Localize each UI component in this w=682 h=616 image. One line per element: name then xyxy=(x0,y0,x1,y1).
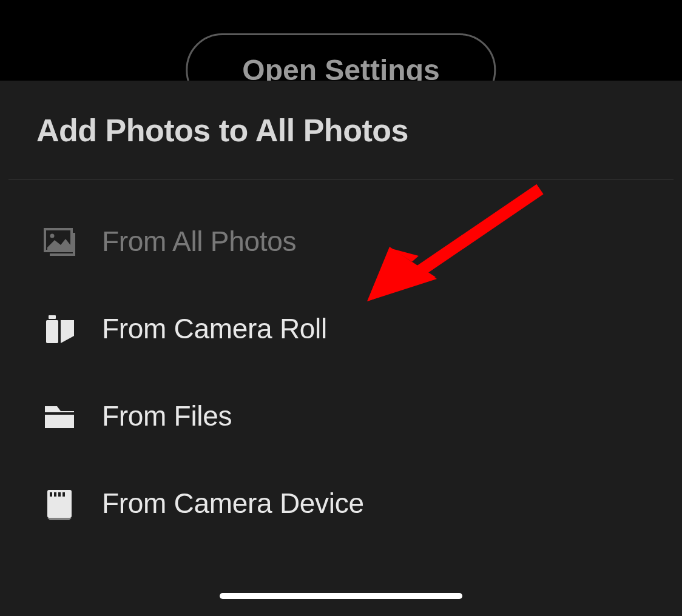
svg-rect-11 xyxy=(62,492,65,497)
svg-rect-5 xyxy=(49,315,56,319)
option-from-camera-roll[interactable]: From Camera Roll xyxy=(0,285,682,372)
sheet-title: Add Photos to All Photos xyxy=(0,81,682,179)
svg-point-1 xyxy=(50,234,55,238)
svg-rect-10 xyxy=(58,492,61,497)
camera-roll-icon xyxy=(41,310,78,347)
home-indicator[interactable] xyxy=(220,593,462,599)
option-from-camera-device[interactable]: From Camera Device xyxy=(0,460,682,547)
svg-rect-2 xyxy=(73,233,75,256)
svg-rect-6 xyxy=(45,412,74,415)
option-from-all-photos: From All Photos xyxy=(0,198,682,285)
svg-rect-8 xyxy=(50,492,52,497)
files-icon xyxy=(41,398,78,434)
option-label: From Camera Device xyxy=(102,487,364,520)
svg-rect-3 xyxy=(50,253,75,256)
all-photos-icon xyxy=(41,223,78,259)
option-list: From All Photos From Camera Roll From Fi… xyxy=(0,179,682,547)
svg-rect-4 xyxy=(46,320,58,343)
svg-rect-9 xyxy=(54,492,56,497)
camera-device-icon xyxy=(41,485,78,521)
option-label: From Camera Roll xyxy=(102,312,327,345)
option-label: From Files xyxy=(102,400,232,432)
option-label: From All Photos xyxy=(102,225,296,258)
add-photos-sheet: Add Photos to All Photos From All Photos xyxy=(0,81,682,616)
option-from-files[interactable]: From Files xyxy=(0,372,682,460)
